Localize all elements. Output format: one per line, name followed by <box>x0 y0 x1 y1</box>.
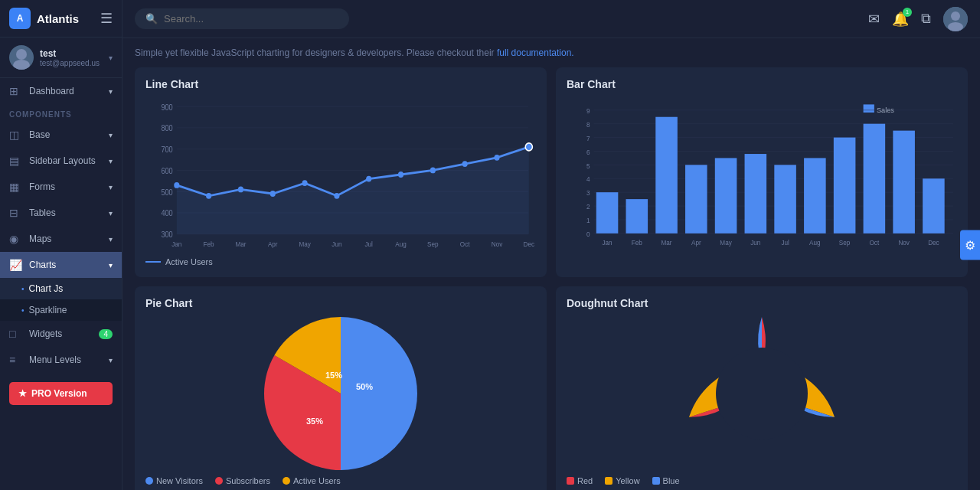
widget-icon: □ <box>9 328 23 340</box>
svg-rect-66 <box>596 192 619 234</box>
line-chart: 900 800 700 600 500 400 300 <box>145 98 536 251</box>
pro-version-button[interactable]: ★ PRO Version <box>9 382 113 405</box>
svg-text:2: 2 <box>586 203 590 211</box>
sidebar-item-widgets[interactable]: □ Widgets 4 <box>0 321 122 347</box>
sidebar-item-label: Dashboard <box>29 86 74 96</box>
legend-dot-orange <box>283 477 290 485</box>
svg-text:Sep: Sep <box>839 238 851 246</box>
svg-text:800: 800 <box>161 124 172 132</box>
svg-text:Jan: Jan <box>172 240 181 248</box>
forms-icon: ▦ <box>9 181 23 193</box>
layers-icon[interactable]: ⧉ <box>921 11 931 27</box>
legend-label-subscribers: Subscribers <box>226 476 270 485</box>
svg-point-23 <box>270 191 276 197</box>
svg-text:9: 9 <box>586 107 590 115</box>
svg-point-1 <box>13 60 30 70</box>
mail-icon[interactable]: ✉ <box>868 11 880 28</box>
svg-text:Jun: Jun <box>750 238 761 246</box>
svg-text:5: 5 <box>586 162 590 169</box>
svg-text:500: 500 <box>161 188 172 196</box>
sidebar-item-label: Menu Levels <box>29 354 81 365</box>
sidebar-item-sidebar-layouts[interactable]: ▤ Sidebar Layouts ▾ <box>0 148 122 174</box>
svg-text:7: 7 <box>586 135 590 142</box>
svg-text:Apr: Apr <box>691 238 701 246</box>
sidebar-item-maps[interactable]: ◉ Maps ▾ <box>0 226 122 252</box>
user-menu-arrow[interactable]: ▾ <box>109 54 113 62</box>
svg-text:Oct: Oct <box>870 238 880 246</box>
svg-point-90 <box>716 348 808 439</box>
intro-link[interactable]: full documentation. <box>497 47 574 58</box>
svg-point-27 <box>398 172 403 178</box>
svg-rect-70 <box>715 158 737 233</box>
svg-text:600: 600 <box>161 167 172 175</box>
search-box[interactable]: 🔍 <box>135 8 349 29</box>
pie-chart: 50% 35% 15% <box>145 317 536 470</box>
sidebar-item-base[interactable]: ◫ Base ▾ <box>0 122 122 148</box>
svg-text:Feb: Feb <box>204 240 214 248</box>
legend-dot-red <box>215 477 223 485</box>
svg-rect-71 <box>745 154 767 234</box>
search-icon: 🔍 <box>145 13 158 24</box>
sidebar-subitem-chartjs[interactable]: Chart Js <box>0 278 122 299</box>
sidebar-item-dashboard[interactable]: ⊞ Dashboard ▾ <box>0 78 122 104</box>
svg-text:Nov: Nov <box>492 240 503 248</box>
svg-text:1: 1 <box>586 217 590 224</box>
pie-chart-title: Pie Chart <box>145 297 536 309</box>
svg-text:Sep: Sep <box>427 240 439 248</box>
sidebar-item-charts[interactable]: 📈 Charts ▾ <box>0 252 122 278</box>
user-email: test@appseed.us <box>40 59 109 67</box>
donut-chart <box>567 317 957 470</box>
svg-rect-75 <box>864 124 886 234</box>
sidebar-header: A Atlantis ☰ <box>0 0 122 38</box>
widgets-badge: 4 <box>99 329 113 339</box>
sidebar-item-tables[interactable]: ⊟ Tables ▾ <box>0 200 122 226</box>
legend-label-blue: Blue <box>663 476 680 485</box>
hamburger-icon[interactable]: ☰ <box>100 10 113 27</box>
line-chart-card: Line Chart 900 800 700 <box>135 67 547 277</box>
chevron-icon: ▾ <box>109 356 113 364</box>
sidebar-item-menu-levels[interactable]: ≡ Menu Levels ▾ <box>0 347 122 373</box>
svg-text:6: 6 <box>586 149 590 156</box>
svg-text:Jul: Jul <box>365 240 374 248</box>
line-chart-legend: Active Users <box>145 257 536 266</box>
svg-text:Mar: Mar <box>235 240 246 248</box>
svg-point-26 <box>366 176 371 182</box>
legend-label-yellow: Yellow <box>616 476 639 485</box>
pie-chart-card: Pie Chart 50% 35% <box>135 286 547 490</box>
svg-point-0 <box>16 49 27 60</box>
svg-rect-76 <box>893 131 915 234</box>
svg-rect-68 <box>655 117 678 234</box>
svg-text:400: 400 <box>161 209 172 217</box>
bell-icon[interactable]: 🔔 1 <box>892 11 909 28</box>
sidebar-subitem-sparkline[interactable]: Sparkline <box>0 299 122 321</box>
legend-item-red: Red <box>567 476 593 485</box>
topbar-icons: ✉ 🔔 1 ⧉ <box>868 7 968 31</box>
user-name: test <box>40 48 109 59</box>
svg-text:Aug: Aug <box>395 240 407 248</box>
svg-text:May: May <box>299 240 311 248</box>
sidebar-item-label: Widgets <box>29 328 62 339</box>
sidebar-subitem-label: Chart Js <box>29 283 64 294</box>
svg-point-22 <box>238 187 243 193</box>
chart-icon: 📈 <box>9 259 23 271</box>
notification-badge: 1 <box>903 8 912 17</box>
svg-text:Jul: Jul <box>781 238 789 246</box>
svg-text:3: 3 <box>586 189 590 197</box>
svg-point-21 <box>206 193 211 199</box>
svg-marker-19 <box>177 147 529 234</box>
intro-text: Simple yet flexible JavaScript charting … <box>135 47 968 58</box>
page-content: Simple yet flexible JavaScript charting … <box>122 38 980 490</box>
svg-text:4: 4 <box>586 175 590 183</box>
legend-item-subscribers: Subscribers <box>215 476 270 485</box>
legend-dot-blue <box>145 477 153 485</box>
svg-point-25 <box>334 193 339 199</box>
svg-text:300: 300 <box>161 230 172 239</box>
settings-button[interactable]: ⚙ <box>960 230 980 260</box>
legend-item-yellow: Yellow <box>605 476 639 485</box>
topbar: 🔍 ✉ 🔔 1 ⧉ <box>122 0 980 38</box>
legend-label-active-users: Active Users <box>293 476 341 485</box>
svg-point-24 <box>302 180 308 186</box>
sidebar-item-forms[interactable]: ▦ Forms ▾ <box>0 174 122 200</box>
search-input[interactable] <box>164 13 317 24</box>
topbar-avatar[interactable] <box>943 7 968 31</box>
